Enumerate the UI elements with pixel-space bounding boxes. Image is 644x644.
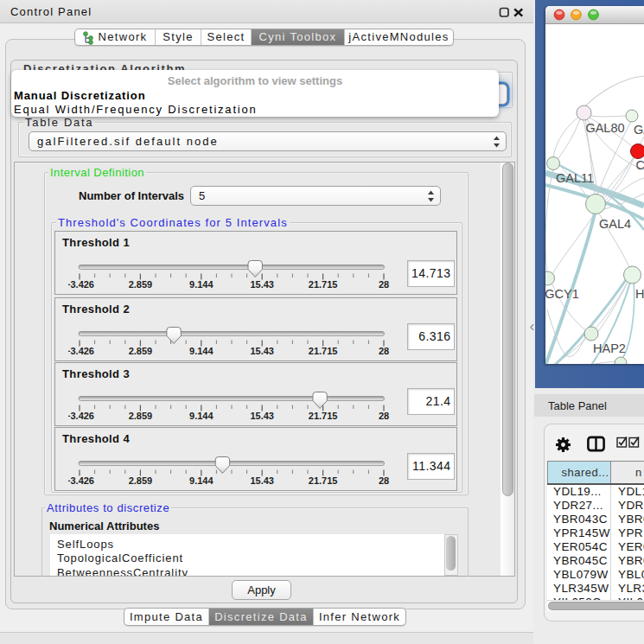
svg-text:15.43: 15.43 xyxy=(250,279,274,290)
svg-text:−3.426: −3.426 xyxy=(68,411,94,421)
svg-text:9.144: 9.144 xyxy=(189,279,214,290)
svg-text:15.43: 15.43 xyxy=(250,411,274,421)
svg-text:21.715: 21.715 xyxy=(309,475,338,486)
svg-text:GAL80: GAL80 xyxy=(585,121,624,135)
svg-text:GCY1: GCY1 xyxy=(545,287,579,301)
svg-text:21.715: 21.715 xyxy=(309,279,338,290)
svg-text:2.859: 2.859 xyxy=(129,475,153,486)
svg-text:GAL4: GAL4 xyxy=(599,217,631,231)
svg-text:2.859: 2.859 xyxy=(129,411,153,421)
svg-text:15.43: 15.43 xyxy=(250,475,274,486)
svg-text:28: 28 xyxy=(379,279,389,290)
svg-text:9.144: 9.144 xyxy=(189,346,214,356)
svg-text:GAL11: GAL11 xyxy=(556,171,594,185)
svg-text:28: 28 xyxy=(379,411,389,421)
svg-text:2.859: 2.859 xyxy=(129,346,153,356)
svg-text:CY: CY xyxy=(636,158,644,172)
svg-text:HA: HA xyxy=(635,287,644,301)
svg-text:28: 28 xyxy=(379,475,389,486)
svg-text:−3.426: −3.426 xyxy=(68,279,94,290)
svg-text:21.715: 21.715 xyxy=(309,411,338,421)
svg-text:−3.426: −3.426 xyxy=(68,475,94,486)
svg-text:9.144: 9.144 xyxy=(189,475,214,486)
svg-text:9.144: 9.144 xyxy=(189,411,214,421)
svg-text:HAP2: HAP2 xyxy=(593,341,626,355)
svg-text:21.715: 21.715 xyxy=(309,346,338,356)
svg-text:28: 28 xyxy=(379,346,389,356)
svg-text:GA: GA xyxy=(634,123,644,137)
svg-text:−3.426: −3.426 xyxy=(68,346,94,356)
svg-text:15.43: 15.43 xyxy=(250,346,274,356)
svg-text:2.859: 2.859 xyxy=(129,279,153,290)
